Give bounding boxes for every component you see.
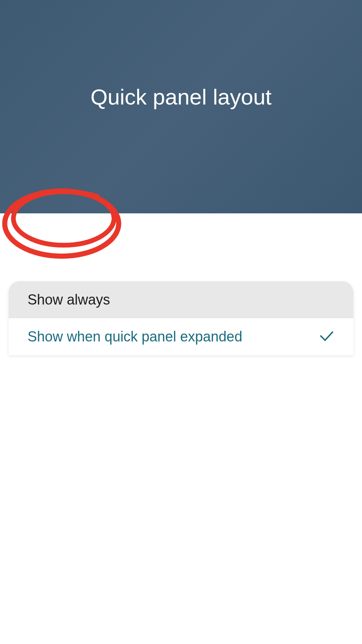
page-header: Quick panel layout xyxy=(0,0,362,213)
dropdown-menu: Show always Show when quick panel expand… xyxy=(9,281,353,355)
page-title: Quick panel layout xyxy=(90,84,272,110)
option-label: Show when quick panel expanded xyxy=(28,328,242,345)
dropdown-option-show-expanded[interactable]: Show when quick panel expanded xyxy=(9,318,353,355)
checkmark-icon xyxy=(319,330,334,343)
option-label: Show always xyxy=(28,292,110,308)
dropdown-option-show-always[interactable]: Show always xyxy=(9,281,353,318)
content-area: Show always Show when quick panel expand… xyxy=(0,282,362,325)
